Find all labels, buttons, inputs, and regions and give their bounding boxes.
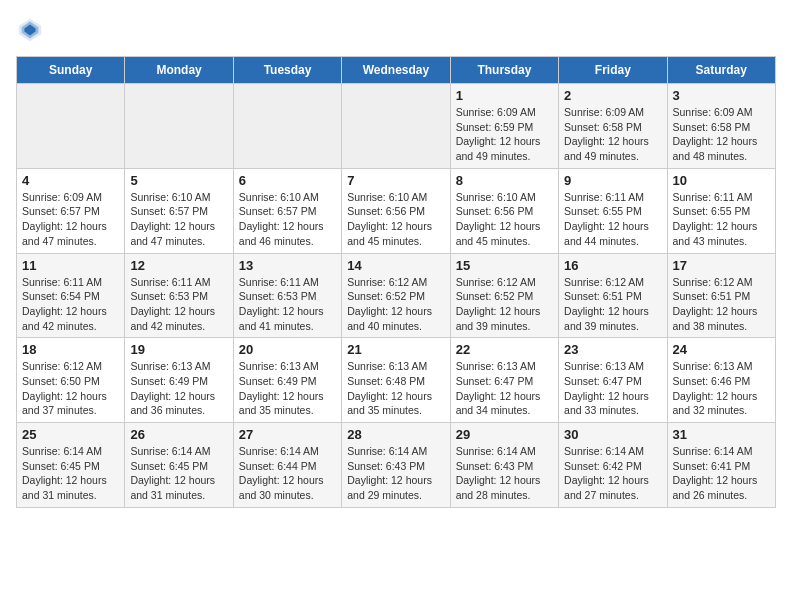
day-info: Sunrise: 6:14 AM Sunset: 6:45 PM Dayligh…	[130, 444, 227, 503]
calendar-cell: 13Sunrise: 6:11 AM Sunset: 6:53 PM Dayli…	[233, 253, 341, 338]
day-number: 15	[456, 258, 553, 273]
calendar-cell: 28Sunrise: 6:14 AM Sunset: 6:43 PM Dayli…	[342, 423, 450, 508]
day-info: Sunrise: 6:13 AM Sunset: 6:47 PM Dayligh…	[456, 359, 553, 418]
day-info: Sunrise: 6:10 AM Sunset: 6:57 PM Dayligh…	[239, 190, 336, 249]
logo-icon	[16, 16, 44, 44]
day-number: 3	[673, 88, 770, 103]
day-info: Sunrise: 6:10 AM Sunset: 6:56 PM Dayligh…	[347, 190, 444, 249]
calendar-header-row: SundayMondayTuesdayWednesdayThursdayFrid…	[17, 57, 776, 84]
calendar-cell: 18Sunrise: 6:12 AM Sunset: 6:50 PM Dayli…	[17, 338, 125, 423]
day-info: Sunrise: 6:09 AM Sunset: 6:58 PM Dayligh…	[673, 105, 770, 164]
day-number: 24	[673, 342, 770, 357]
calendar-cell: 2Sunrise: 6:09 AM Sunset: 6:58 PM Daylig…	[559, 84, 667, 169]
day-number: 18	[22, 342, 119, 357]
day-number: 21	[347, 342, 444, 357]
day-number: 16	[564, 258, 661, 273]
day-number: 31	[673, 427, 770, 442]
day-number: 4	[22, 173, 119, 188]
day-number: 22	[456, 342, 553, 357]
day-info: Sunrise: 6:09 AM Sunset: 6:57 PM Dayligh…	[22, 190, 119, 249]
calendar-cell: 21Sunrise: 6:13 AM Sunset: 6:48 PM Dayli…	[342, 338, 450, 423]
day-info: Sunrise: 6:11 AM Sunset: 6:55 PM Dayligh…	[564, 190, 661, 249]
calendar-cell: 12Sunrise: 6:11 AM Sunset: 6:53 PM Dayli…	[125, 253, 233, 338]
day-number: 14	[347, 258, 444, 273]
day-number: 20	[239, 342, 336, 357]
day-number: 5	[130, 173, 227, 188]
day-info: Sunrise: 6:09 AM Sunset: 6:58 PM Dayligh…	[564, 105, 661, 164]
calendar-week-1: 1Sunrise: 6:09 AM Sunset: 6:59 PM Daylig…	[17, 84, 776, 169]
day-number: 10	[673, 173, 770, 188]
day-info: Sunrise: 6:13 AM Sunset: 6:48 PM Dayligh…	[347, 359, 444, 418]
day-info: Sunrise: 6:13 AM Sunset: 6:46 PM Dayligh…	[673, 359, 770, 418]
day-info: Sunrise: 6:12 AM Sunset: 6:51 PM Dayligh…	[673, 275, 770, 334]
calendar-header-thursday: Thursday	[450, 57, 558, 84]
day-info: Sunrise: 6:11 AM Sunset: 6:55 PM Dayligh…	[673, 190, 770, 249]
day-info: Sunrise: 6:13 AM Sunset: 6:47 PM Dayligh…	[564, 359, 661, 418]
logo	[16, 16, 48, 44]
calendar-week-3: 11Sunrise: 6:11 AM Sunset: 6:54 PM Dayli…	[17, 253, 776, 338]
day-number: 6	[239, 173, 336, 188]
day-number: 28	[347, 427, 444, 442]
day-info: Sunrise: 6:14 AM Sunset: 6:41 PM Dayligh…	[673, 444, 770, 503]
calendar-header-tuesday: Tuesday	[233, 57, 341, 84]
calendar-cell	[125, 84, 233, 169]
calendar-cell: 27Sunrise: 6:14 AM Sunset: 6:44 PM Dayli…	[233, 423, 341, 508]
day-number: 11	[22, 258, 119, 273]
day-info: Sunrise: 6:11 AM Sunset: 6:53 PM Dayligh…	[130, 275, 227, 334]
calendar-cell: 4Sunrise: 6:09 AM Sunset: 6:57 PM Daylig…	[17, 168, 125, 253]
calendar-cell: 1Sunrise: 6:09 AM Sunset: 6:59 PM Daylig…	[450, 84, 558, 169]
calendar-header-monday: Monday	[125, 57, 233, 84]
day-info: Sunrise: 6:14 AM Sunset: 6:42 PM Dayligh…	[564, 444, 661, 503]
page-header	[16, 16, 776, 44]
day-info: Sunrise: 6:10 AM Sunset: 6:56 PM Dayligh…	[456, 190, 553, 249]
day-number: 2	[564, 88, 661, 103]
calendar-cell: 20Sunrise: 6:13 AM Sunset: 6:49 PM Dayli…	[233, 338, 341, 423]
day-info: Sunrise: 6:14 AM Sunset: 6:45 PM Dayligh…	[22, 444, 119, 503]
calendar-cell: 30Sunrise: 6:14 AM Sunset: 6:42 PM Dayli…	[559, 423, 667, 508]
calendar-cell	[17, 84, 125, 169]
day-info: Sunrise: 6:12 AM Sunset: 6:52 PM Dayligh…	[456, 275, 553, 334]
calendar-header-saturday: Saturday	[667, 57, 775, 84]
calendar-cell: 25Sunrise: 6:14 AM Sunset: 6:45 PM Dayli…	[17, 423, 125, 508]
day-number: 25	[22, 427, 119, 442]
day-info: Sunrise: 6:12 AM Sunset: 6:52 PM Dayligh…	[347, 275, 444, 334]
day-number: 19	[130, 342, 227, 357]
day-number: 1	[456, 88, 553, 103]
calendar-cell: 7Sunrise: 6:10 AM Sunset: 6:56 PM Daylig…	[342, 168, 450, 253]
day-info: Sunrise: 6:10 AM Sunset: 6:57 PM Dayligh…	[130, 190, 227, 249]
day-info: Sunrise: 6:14 AM Sunset: 6:43 PM Dayligh…	[456, 444, 553, 503]
calendar-cell: 5Sunrise: 6:10 AM Sunset: 6:57 PM Daylig…	[125, 168, 233, 253]
day-number: 27	[239, 427, 336, 442]
day-number: 30	[564, 427, 661, 442]
day-info: Sunrise: 6:13 AM Sunset: 6:49 PM Dayligh…	[130, 359, 227, 418]
calendar-week-5: 25Sunrise: 6:14 AM Sunset: 6:45 PM Dayli…	[17, 423, 776, 508]
day-info: Sunrise: 6:14 AM Sunset: 6:43 PM Dayligh…	[347, 444, 444, 503]
day-info: Sunrise: 6:09 AM Sunset: 6:59 PM Dayligh…	[456, 105, 553, 164]
calendar-header-friday: Friday	[559, 57, 667, 84]
calendar-cell: 14Sunrise: 6:12 AM Sunset: 6:52 PM Dayli…	[342, 253, 450, 338]
calendar-header-wednesday: Wednesday	[342, 57, 450, 84]
day-number: 12	[130, 258, 227, 273]
calendar-cell: 6Sunrise: 6:10 AM Sunset: 6:57 PM Daylig…	[233, 168, 341, 253]
calendar-cell: 10Sunrise: 6:11 AM Sunset: 6:55 PM Dayli…	[667, 168, 775, 253]
day-number: 29	[456, 427, 553, 442]
day-number: 17	[673, 258, 770, 273]
calendar-cell: 29Sunrise: 6:14 AM Sunset: 6:43 PM Dayli…	[450, 423, 558, 508]
calendar-cell: 19Sunrise: 6:13 AM Sunset: 6:49 PM Dayli…	[125, 338, 233, 423]
calendar-cell: 31Sunrise: 6:14 AM Sunset: 6:41 PM Dayli…	[667, 423, 775, 508]
calendar-cell: 24Sunrise: 6:13 AM Sunset: 6:46 PM Dayli…	[667, 338, 775, 423]
calendar-cell: 8Sunrise: 6:10 AM Sunset: 6:56 PM Daylig…	[450, 168, 558, 253]
day-number: 7	[347, 173, 444, 188]
day-number: 26	[130, 427, 227, 442]
calendar-week-4: 18Sunrise: 6:12 AM Sunset: 6:50 PM Dayli…	[17, 338, 776, 423]
calendar-cell	[233, 84, 341, 169]
day-info: Sunrise: 6:12 AM Sunset: 6:50 PM Dayligh…	[22, 359, 119, 418]
calendar-cell: 15Sunrise: 6:12 AM Sunset: 6:52 PM Dayli…	[450, 253, 558, 338]
calendar-header-sunday: Sunday	[17, 57, 125, 84]
day-info: Sunrise: 6:11 AM Sunset: 6:53 PM Dayligh…	[239, 275, 336, 334]
day-info: Sunrise: 6:11 AM Sunset: 6:54 PM Dayligh…	[22, 275, 119, 334]
calendar-week-2: 4Sunrise: 6:09 AM Sunset: 6:57 PM Daylig…	[17, 168, 776, 253]
day-info: Sunrise: 6:14 AM Sunset: 6:44 PM Dayligh…	[239, 444, 336, 503]
calendar-cell: 22Sunrise: 6:13 AM Sunset: 6:47 PM Dayli…	[450, 338, 558, 423]
calendar-table: SundayMondayTuesdayWednesdayThursdayFrid…	[16, 56, 776, 508]
